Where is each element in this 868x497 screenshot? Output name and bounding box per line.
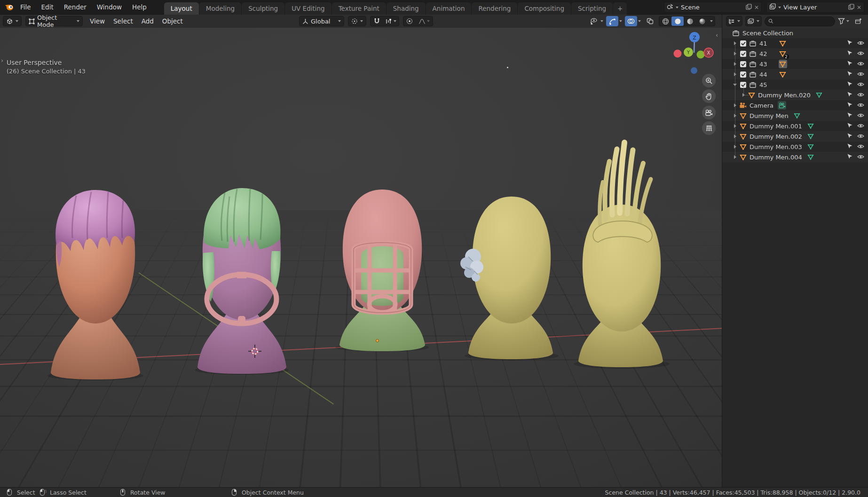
snap-magnet-toggle[interactable] — [371, 16, 383, 26]
scene-selector[interactable]: Scene ✕ — [664, 2, 762, 13]
tab-shading[interactable]: Shading — [387, 2, 426, 15]
selectable-toggle-icon[interactable] — [847, 81, 853, 88]
selectable-toggle-icon[interactable] — [847, 153, 853, 161]
outliner-row-dummy-men-003[interactable]: Dummy Men.003 — [722, 142, 868, 152]
tab-scripting[interactable]: Scripting — [571, 2, 613, 15]
proportional-falloff-dropdown[interactable] — [416, 16, 433, 26]
hide-toggle-eye-icon[interactable] — [857, 92, 864, 99]
editor-type-button[interactable] — [3, 16, 22, 26]
tab-texture-paint[interactable]: Texture Paint — [332, 2, 386, 15]
outliner-row-44[interactable]: 44 — [722, 69, 868, 79]
hide-toggle-eye-icon[interactable] — [857, 40, 864, 47]
hide-toggle-eye-icon[interactable] — [857, 102, 864, 109]
hide-toggle-eye-icon[interactable] — [857, 50, 864, 57]
outliner-item-label[interactable]: Dummy Men — [750, 112, 789, 119]
outliner-item-label[interactable]: Dummy Men.020 — [758, 92, 811, 99]
collection-checkbox[interactable] — [740, 40, 746, 47]
outliner-filter-dropdown[interactable] — [838, 18, 849, 24]
viewport-object-head-4[interactable] — [455, 192, 568, 361]
add-workspace-button[interactable]: + — [613, 2, 627, 15]
menu-help[interactable]: Help — [127, 0, 152, 15]
shading-material-button[interactable] — [684, 16, 696, 26]
selectable-toggle-icon[interactable] — [847, 122, 853, 130]
3d-viewport[interactable]: User Perspective (26) Scene Collection |… — [0, 28, 722, 487]
outliner-item-label[interactable]: 44 — [759, 71, 767, 78]
toolbar-expand-arrow[interactable]: › — [1, 57, 3, 64]
shading-wireframe-button[interactable] — [659, 16, 671, 26]
selectable-toggle-icon[interactable] — [847, 133, 853, 140]
menu-edit[interactable]: Edit — [36, 0, 59, 15]
outliner-item-label[interactable]: 45 — [759, 81, 767, 88]
outliner-row-41[interactable]: 41 — [722, 38, 868, 48]
outliner-row-scene-collection[interactable]: Scene Collection — [722, 28, 868, 38]
viewport-menu-view[interactable]: View — [86, 17, 109, 25]
show-gizmo-visibility-dropdown[interactable] — [587, 16, 600, 26]
pivot-point-dropdown[interactable] — [348, 16, 366, 26]
outliner-row-45[interactable]: 45 — [722, 79, 868, 90]
view-layer-name[interactable]: View Layer — [783, 4, 846, 11]
hide-toggle-eye-icon[interactable] — [857, 123, 864, 130]
viewport-object-head-1[interactable] — [37, 183, 154, 381]
viewport-object-head-5[interactable] — [564, 139, 682, 369]
mesh-object-icon[interactable] — [779, 39, 787, 47]
new-scene-icon[interactable] — [746, 4, 752, 11]
proportional-edit-toggle[interactable] — [403, 16, 416, 26]
mesh-object-icon[interactable] — [779, 70, 787, 79]
viewport-zoom-button[interactable] — [702, 74, 716, 87]
outliner-item-label[interactable]: 41 — [759, 40, 767, 47]
hide-toggle-eye-icon[interactable] — [857, 81, 864, 88]
hide-toggle-eye-icon[interactable] — [857, 143, 864, 150]
new-view-layer-icon[interactable] — [848, 4, 854, 11]
mode-dropdown[interactable]: Object Mode — [25, 16, 83, 26]
outliner-item-label[interactable]: Scene Collection — [742, 30, 793, 37]
outliner-row-camera[interactable]: Camera — [722, 100, 868, 110]
collection-checkbox[interactable] — [740, 51, 746, 57]
tab-sculpting[interactable]: Sculpting — [242, 2, 284, 15]
selectable-toggle-icon[interactable] — [847, 50, 853, 57]
selectable-toggle-icon[interactable] — [847, 91, 853, 99]
outliner-item-label[interactable]: Dummy Men.003 — [750, 143, 802, 150]
viewport-menu-add[interactable]: Add — [137, 17, 158, 25]
new-collection-button[interactable] — [852, 16, 864, 26]
selectable-toggle-icon[interactable] — [847, 143, 853, 150]
tab-compositing[interactable]: Compositing — [518, 2, 571, 15]
tab-animation[interactable]: Animation — [426, 2, 472, 15]
hide-toggle-eye-icon[interactable] — [857, 112, 864, 119]
mesh-object-icon[interactable]: 2 — [779, 49, 787, 58]
hide-toggle-eye-icon[interactable] — [857, 133, 864, 140]
collection-checkbox[interactable] — [740, 61, 746, 67]
outliner-row-dummy-men[interactable]: Dummy Men — [722, 110, 868, 121]
viewport-ortho-toggle-button[interactable] — [702, 121, 716, 135]
mesh-object-icon[interactable] — [779, 60, 787, 68]
tab-uv-editing[interactable]: UV Editing — [285, 2, 331, 15]
hide-toggle-eye-icon[interactable] — [857, 61, 864, 68]
unlink-scene-icon[interactable]: ✕ — [754, 4, 759, 11]
shading-solid-button[interactable] — [671, 16, 684, 26]
viewport-object-head-3[interactable] — [324, 186, 442, 353]
selectable-toggle-icon[interactable] — [847, 112, 853, 119]
menu-render[interactable]: Render — [59, 0, 92, 15]
navigation-gizmo[interactable]: Y X Z — [668, 29, 719, 76]
search-input[interactable] — [776, 18, 831, 25]
viewport-menu-object[interactable]: Object — [158, 17, 187, 25]
blender-logo-icon[interactable] — [3, 0, 15, 15]
scene-name[interactable]: Scene — [681, 4, 743, 11]
xray-toggle[interactable] — [644, 16, 656, 26]
show-gizmos-toggle[interactable] — [606, 16, 618, 26]
selectable-toggle-icon[interactable] — [847, 60, 853, 68]
hide-toggle-eye-icon[interactable] — [857, 154, 864, 161]
viewport-object-head-2[interactable] — [184, 182, 300, 375]
remove-view-layer-icon[interactable]: ✕ — [857, 4, 861, 11]
viewport-camera-button[interactable] — [702, 106, 716, 119]
selectable-toggle-icon[interactable] — [847, 71, 853, 78]
tab-modeling[interactable]: Modeling — [199, 2, 241, 15]
transform-orientation-dropdown[interactable]: Global — [299, 16, 344, 26]
outliner-row-dummy-men-002[interactable]: Dummy Men.002 — [722, 131, 868, 142]
show-overlays-toggle[interactable] — [625, 16, 637, 26]
outliner-display-mode-dropdown[interactable] — [726, 16, 742, 26]
outliner-item-label[interactable]: Camera — [750, 102, 773, 109]
hide-toggle-eye-icon[interactable] — [857, 71, 864, 78]
menu-window[interactable]: Window — [92, 0, 127, 15]
outliner-item-label[interactable]: Dummy Men.002 — [750, 133, 802, 140]
outliner-item-label[interactable]: 43 — [759, 61, 767, 68]
